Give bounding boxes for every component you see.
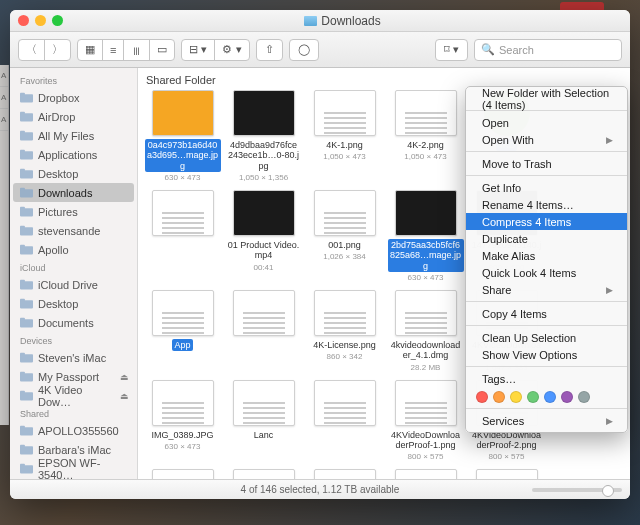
sidebar-item[interactable]: APOLLO355560 [10,421,137,440]
share-button[interactable]: ⇧ [256,39,283,61]
dropbox-toolbar-button[interactable]: ⌑ ▾ [435,39,468,61]
sidebar-item[interactable]: Pictures [10,202,137,221]
file-thumbnail [233,469,295,479]
minimize-button[interactable] [35,15,46,26]
context-menu-item[interactable]: Move to Trash [466,155,627,172]
context-menu-item[interactable]: Duplicate [466,230,627,247]
tag-color-dot[interactable] [544,391,556,403]
sidebar-item[interactable]: Downloads [13,183,134,202]
file-item[interactable]: IMG_0389.JPG630 × 473 [142,380,223,462]
sidebar-item[interactable]: Apollo [10,240,137,259]
file-item[interactable]: 4K-License.png860 × 342 [304,290,385,372]
context-menu-item[interactable]: Rename 4 Items… [466,196,627,213]
sidebar-item[interactable]: Documents [10,313,137,332]
sidebar-item[interactable]: EPSON WF-3540… [10,459,137,478]
tag-color-dot[interactable] [578,391,590,403]
svg-rect-13 [20,207,25,210]
sidebar-item[interactable]: iCloud Drive [10,275,137,294]
svg-rect-19 [20,280,25,283]
tag-color-dot[interactable] [476,391,488,403]
sidebar-item[interactable]: Applications [10,145,137,164]
file-item[interactable]: 01 Product Video.mp400:41 [223,190,304,282]
sidebar-item-icon [20,425,33,436]
file-item[interactable]: 4KVideoD er-1 [466,469,547,479]
file-item[interactable]: 001.png1,026 × 384 [304,190,385,282]
sidebar-item-label: AirDrop [38,111,75,123]
view-list-button[interactable]: ≡ [103,40,124,60]
sidebar-item-label: Pictures [38,206,78,218]
context-menu-item[interactable]: Get Info [466,179,627,196]
context-menu-item[interactable]: Services▶ [466,412,627,429]
view-columns-button[interactable]: ⫼ [124,40,150,60]
context-menu-item[interactable]: New Folder with Selection (4 Items) [466,90,627,107]
search-input[interactable]: 🔍 Search [474,39,622,61]
file-name: 4KVideoDownloaderProof-1.png [388,429,464,452]
tag-color-dot[interactable] [527,391,539,403]
titlebar[interactable]: Downloads [10,10,630,32]
background-window-peek: AAA [0,65,9,425]
eject-icon[interactable]: ⏏ [120,372,129,382]
file-thumbnail [152,290,214,336]
action-button[interactable]: ⚙ ▾ [215,40,248,60]
tag-color-dot[interactable] [510,391,522,403]
context-menu-item[interactable]: Share▶ [466,281,627,298]
context-menu-item[interactable]: Make Alias [466,247,627,264]
tag-color-dot[interactable] [493,391,505,403]
file-name: 4kvideodownloader_4.1.dmg [388,339,464,362]
context-menu-item[interactable]: Open With▶ [466,131,627,148]
file-item[interactable]: 4KVideoDownloaderProof-1.png800 × 575 [385,380,466,462]
file-item[interactable]: 4K-1.png1,050 × 473 [304,90,385,182]
context-menu-item[interactable]: Compress 4 Items [466,213,627,230]
context-menu-item[interactable]: Show View Options [466,346,627,363]
file-item[interactable]: USB-C.png800 × 240 [304,469,385,479]
view-gallery-button[interactable]: ▭ [150,40,174,60]
file-item[interactable] [223,290,304,372]
context-menu-item[interactable]: Quick Look 4 Items [466,264,627,281]
tag-color-dot[interactable] [561,391,573,403]
file-item[interactable]: 4KVideoDownloaderProof-2a.png800 × 575 [142,469,223,479]
forward-button[interactable]: 〉 [45,40,70,60]
context-menu-item[interactable]: Open [466,114,627,131]
zoom-button[interactable] [52,15,63,26]
context-menu-item[interactable]: Clean Up Selection [466,329,627,346]
zoom-slider[interactable] [532,488,622,492]
context-menu: New Folder with Selection (4 Items)OpenO… [465,86,628,433]
view-icons-button[interactable]: ▦ [78,40,103,60]
context-menu-item[interactable]: Copy 4 Items [466,305,627,322]
file-item[interactable] [304,380,385,462]
sidebar-item[interactable]: Desktop [10,294,137,313]
file-item[interactable]: Lanc [223,380,304,462]
close-button[interactable] [18,15,29,26]
file-dimensions: 630 × 473 [165,173,201,182]
context-menu-item[interactable]: Tags… [466,370,627,387]
file-item[interactable]: 4d9dbaa9d76fce243ece1b…0-80.jpg1,050 × 1… [223,90,304,182]
file-item[interactable]: 2bd75aa3cb5fcf6825a68…mage.jpg630 × 473 [385,190,466,282]
toolbar: 〈 〉 ▦ ≡ ⫼ ▭ ⊟ ▾ ⚙ ▾ ⇧ ◯ ⌑ ▾ 🔍 Search [10,32,630,68]
file-item[interactable]: 4kvideodownloader_4.1.dmg28.2 MB [385,290,466,372]
eject-icon[interactable]: ⏏ [120,391,129,401]
back-button[interactable]: 〈 [19,40,45,60]
sidebar-item[interactable]: 4K Video Dow…⏏ [10,386,137,405]
arrange-segment: ⊟ ▾ ⚙ ▾ [181,39,249,61]
file-item[interactable]: 4K-3.png1,050 × 1,356 [385,469,466,479]
file-item[interactable]: 0a4c973b1a6d40a3d695…mage.jpg630 × 473 [142,90,223,182]
file-name: Lanc [252,429,276,441]
sidebar-item[interactable]: Dropbox [10,88,137,107]
sidebar-item[interactable]: stevensande [10,221,137,240]
file-dimensions: 28.2 MB [411,363,441,372]
tags-button[interactable]: ◯ [289,39,319,61]
file-item[interactable]: 4K-2.png1,050 × 473 [385,90,466,182]
file-item[interactable]: App [142,290,223,372]
svg-rect-9 [20,169,25,172]
arrange-button[interactable]: ⊟ ▾ [182,40,215,60]
file-item[interactable] [142,190,223,282]
file-item[interactable]: September2016.pdf [223,469,304,479]
view-mode-segment: ▦ ≡ ⫼ ▭ [77,39,175,61]
sidebar-item[interactable]: AirDrop [10,107,137,126]
svg-rect-25 [20,353,25,356]
sidebar-item[interactable]: Steven's iMac [10,348,137,367]
sidebar-item[interactable]: All My Files [10,126,137,145]
sidebar-item-label: Steven's iMac [38,352,106,364]
svg-rect-31 [20,426,25,429]
sidebar-item[interactable]: Desktop [10,164,137,183]
